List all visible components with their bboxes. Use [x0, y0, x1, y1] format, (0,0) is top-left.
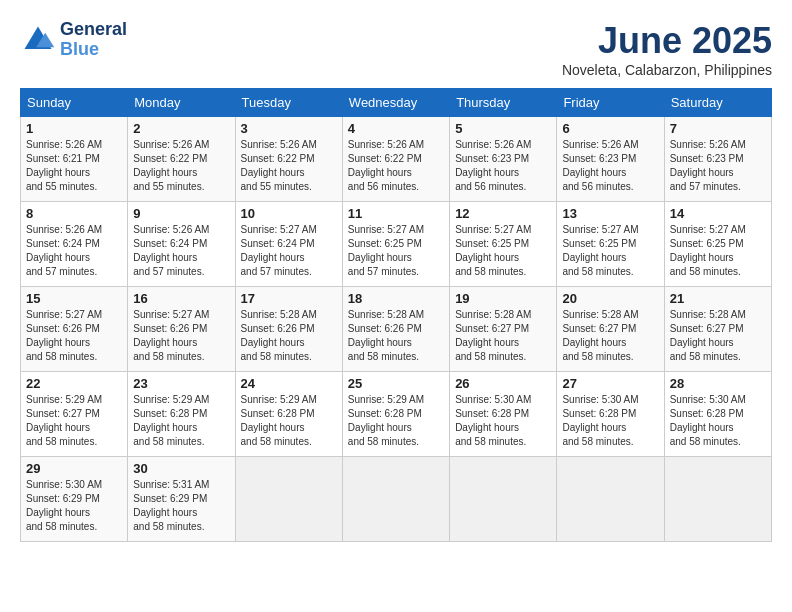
calendar-cell	[557, 457, 664, 542]
header-sunday: Sunday	[21, 89, 128, 117]
day-detail: Sunrise: 5:30 AM Sunset: 6:28 PM Dayligh…	[670, 393, 766, 449]
title-area: June 2025 Noveleta, Calabarzon, Philippi…	[562, 20, 772, 78]
day-detail: Sunrise: 5:29 AM Sunset: 6:27 PM Dayligh…	[26, 393, 122, 449]
header-friday: Friday	[557, 89, 664, 117]
calendar-cell: 30Sunrise: 5:31 AM Sunset: 6:29 PM Dayli…	[128, 457, 235, 542]
logo: General Blue	[20, 20, 127, 60]
day-number: 22	[26, 376, 122, 391]
day-detail: Sunrise: 5:28 AM Sunset: 6:26 PM Dayligh…	[241, 308, 337, 364]
day-number: 13	[562, 206, 658, 221]
day-number: 4	[348, 121, 444, 136]
calendar-cell: 5Sunrise: 5:26 AM Sunset: 6:23 PM Daylig…	[450, 117, 557, 202]
day-number: 26	[455, 376, 551, 391]
calendar-cell: 25Sunrise: 5:29 AM Sunset: 6:28 PM Dayli…	[342, 372, 449, 457]
day-number: 28	[670, 376, 766, 391]
calendar-cell: 11Sunrise: 5:27 AM Sunset: 6:25 PM Dayli…	[342, 202, 449, 287]
day-number: 17	[241, 291, 337, 306]
day-number: 20	[562, 291, 658, 306]
calendar-cell: 28Sunrise: 5:30 AM Sunset: 6:28 PM Dayli…	[664, 372, 771, 457]
week-row-1: 1Sunrise: 5:26 AM Sunset: 6:21 PM Daylig…	[21, 117, 772, 202]
day-number: 27	[562, 376, 658, 391]
day-number: 1	[26, 121, 122, 136]
day-detail: Sunrise: 5:27 AM Sunset: 6:25 PM Dayligh…	[348, 223, 444, 279]
calendar-cell: 29Sunrise: 5:30 AM Sunset: 6:29 PM Dayli…	[21, 457, 128, 542]
calendar-cell: 27Sunrise: 5:30 AM Sunset: 6:28 PM Dayli…	[557, 372, 664, 457]
day-number: 16	[133, 291, 229, 306]
header-monday: Monday	[128, 89, 235, 117]
day-number: 5	[455, 121, 551, 136]
day-detail: Sunrise: 5:27 AM Sunset: 6:24 PM Dayligh…	[241, 223, 337, 279]
day-detail: Sunrise: 5:29 AM Sunset: 6:28 PM Dayligh…	[133, 393, 229, 449]
header-thursday: Thursday	[450, 89, 557, 117]
calendar-cell: 15Sunrise: 5:27 AM Sunset: 6:26 PM Dayli…	[21, 287, 128, 372]
calendar-cell: 23Sunrise: 5:29 AM Sunset: 6:28 PM Dayli…	[128, 372, 235, 457]
calendar-cell: 14Sunrise: 5:27 AM Sunset: 6:25 PM Dayli…	[664, 202, 771, 287]
calendar-cell: 4Sunrise: 5:26 AM Sunset: 6:22 PM Daylig…	[342, 117, 449, 202]
day-number: 29	[26, 461, 122, 476]
day-number: 11	[348, 206, 444, 221]
calendar-cell: 10Sunrise: 5:27 AM Sunset: 6:24 PM Dayli…	[235, 202, 342, 287]
logo-line1: General	[60, 20, 127, 40]
calendar-cell	[235, 457, 342, 542]
day-detail: Sunrise: 5:31 AM Sunset: 6:29 PM Dayligh…	[133, 478, 229, 534]
day-number: 6	[562, 121, 658, 136]
day-detail: Sunrise: 5:27 AM Sunset: 6:26 PM Dayligh…	[133, 308, 229, 364]
calendar-cell: 24Sunrise: 5:29 AM Sunset: 6:28 PM Dayli…	[235, 372, 342, 457]
day-number: 24	[241, 376, 337, 391]
day-number: 10	[241, 206, 337, 221]
day-number: 15	[26, 291, 122, 306]
day-number: 12	[455, 206, 551, 221]
calendar-cell: 17Sunrise: 5:28 AM Sunset: 6:26 PM Dayli…	[235, 287, 342, 372]
calendar-cell: 21Sunrise: 5:28 AM Sunset: 6:27 PM Dayli…	[664, 287, 771, 372]
calendar-cell: 2Sunrise: 5:26 AM Sunset: 6:22 PM Daylig…	[128, 117, 235, 202]
day-detail: Sunrise: 5:30 AM Sunset: 6:28 PM Dayligh…	[455, 393, 551, 449]
day-detail: Sunrise: 5:27 AM Sunset: 6:25 PM Dayligh…	[670, 223, 766, 279]
day-number: 21	[670, 291, 766, 306]
day-detail: Sunrise: 5:28 AM Sunset: 6:27 PM Dayligh…	[455, 308, 551, 364]
day-number: 9	[133, 206, 229, 221]
weekday-header-row: Sunday Monday Tuesday Wednesday Thursday…	[21, 89, 772, 117]
day-detail: Sunrise: 5:26 AM Sunset: 6:23 PM Dayligh…	[562, 138, 658, 194]
calendar-cell: 3Sunrise: 5:26 AM Sunset: 6:22 PM Daylig…	[235, 117, 342, 202]
logo-icon	[20, 22, 56, 58]
calendar-cell: 1Sunrise: 5:26 AM Sunset: 6:21 PM Daylig…	[21, 117, 128, 202]
day-detail: Sunrise: 5:30 AM Sunset: 6:29 PM Dayligh…	[26, 478, 122, 534]
calendar-subtitle: Noveleta, Calabarzon, Philippines	[562, 62, 772, 78]
calendar-cell: 16Sunrise: 5:27 AM Sunset: 6:26 PM Dayli…	[128, 287, 235, 372]
calendar-cell: 26Sunrise: 5:30 AM Sunset: 6:28 PM Dayli…	[450, 372, 557, 457]
calendar-cell	[450, 457, 557, 542]
day-number: 23	[133, 376, 229, 391]
calendar-cell: 8Sunrise: 5:26 AM Sunset: 6:24 PM Daylig…	[21, 202, 128, 287]
calendar-cell: 7Sunrise: 5:26 AM Sunset: 6:23 PM Daylig…	[664, 117, 771, 202]
week-row-5: 29Sunrise: 5:30 AM Sunset: 6:29 PM Dayli…	[21, 457, 772, 542]
day-detail: Sunrise: 5:26 AM Sunset: 6:24 PM Dayligh…	[133, 223, 229, 279]
day-detail: Sunrise: 5:26 AM Sunset: 6:23 PM Dayligh…	[670, 138, 766, 194]
day-detail: Sunrise: 5:26 AM Sunset: 6:22 PM Dayligh…	[241, 138, 337, 194]
day-detail: Sunrise: 5:27 AM Sunset: 6:25 PM Dayligh…	[562, 223, 658, 279]
header-wednesday: Wednesday	[342, 89, 449, 117]
day-number: 25	[348, 376, 444, 391]
calendar-cell: 9Sunrise: 5:26 AM Sunset: 6:24 PM Daylig…	[128, 202, 235, 287]
day-number: 3	[241, 121, 337, 136]
day-detail: Sunrise: 5:26 AM Sunset: 6:21 PM Dayligh…	[26, 138, 122, 194]
day-detail: Sunrise: 5:28 AM Sunset: 6:27 PM Dayligh…	[670, 308, 766, 364]
day-detail: Sunrise: 5:29 AM Sunset: 6:28 PM Dayligh…	[348, 393, 444, 449]
day-detail: Sunrise: 5:30 AM Sunset: 6:28 PM Dayligh…	[562, 393, 658, 449]
header-tuesday: Tuesday	[235, 89, 342, 117]
day-detail: Sunrise: 5:26 AM Sunset: 6:23 PM Dayligh…	[455, 138, 551, 194]
header: General Blue June 2025 Noveleta, Calabar…	[20, 20, 772, 78]
header-saturday: Saturday	[664, 89, 771, 117]
day-number: 8	[26, 206, 122, 221]
logo-line2: Blue	[60, 40, 127, 60]
day-detail: Sunrise: 5:28 AM Sunset: 6:27 PM Dayligh…	[562, 308, 658, 364]
calendar-cell: 6Sunrise: 5:26 AM Sunset: 6:23 PM Daylig…	[557, 117, 664, 202]
calendar-cell	[342, 457, 449, 542]
day-detail: Sunrise: 5:26 AM Sunset: 6:24 PM Dayligh…	[26, 223, 122, 279]
day-detail: Sunrise: 5:28 AM Sunset: 6:26 PM Dayligh…	[348, 308, 444, 364]
calendar-cell: 20Sunrise: 5:28 AM Sunset: 6:27 PM Dayli…	[557, 287, 664, 372]
calendar-cell: 13Sunrise: 5:27 AM Sunset: 6:25 PM Dayli…	[557, 202, 664, 287]
calendar-cell: 22Sunrise: 5:29 AM Sunset: 6:27 PM Dayli…	[21, 372, 128, 457]
calendar-cell: 19Sunrise: 5:28 AM Sunset: 6:27 PM Dayli…	[450, 287, 557, 372]
day-detail: Sunrise: 5:29 AM Sunset: 6:28 PM Dayligh…	[241, 393, 337, 449]
calendar-title: June 2025	[562, 20, 772, 62]
